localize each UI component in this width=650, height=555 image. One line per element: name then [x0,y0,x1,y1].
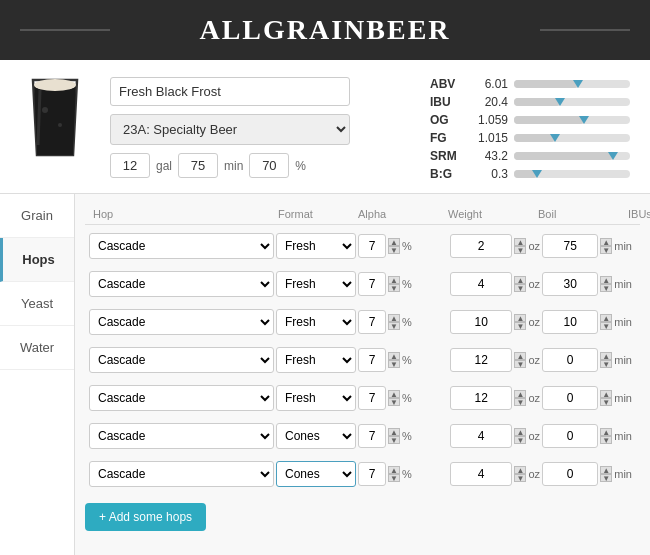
weight-up[interactable]: ▲ [514,428,526,436]
beer-style-select[interactable]: 23A: Specialty Beer [110,114,350,145]
boil-input[interactable] [542,424,598,448]
weight-spinner[interactable]: ▲ ▼ [514,314,526,330]
boil-input[interactable] [542,310,598,334]
hop-select[interactable]: Cascade [89,385,274,411]
boil-up[interactable]: ▲ [600,314,612,322]
weight-spinner[interactable]: ▲ ▼ [514,466,526,482]
boil-up[interactable]: ▲ [600,390,612,398]
alpha-input[interactable] [358,462,386,486]
time-input[interactable]: 75 [178,153,218,178]
boil-up[interactable]: ▲ [600,466,612,474]
format-select[interactable]: Fresh [276,309,356,335]
alpha-up[interactable]: ▲ [388,314,400,322]
alpha-spinner[interactable]: ▲ ▼ [388,466,400,482]
alpha-spinner[interactable]: ▲ ▼ [388,276,400,292]
boil-down[interactable]: ▼ [600,436,612,444]
boil-up[interactable]: ▲ [600,238,612,246]
alpha-spinner[interactable]: ▲ ▼ [388,352,400,368]
alpha-down[interactable]: ▼ [388,284,400,292]
stat-slider[interactable] [514,98,630,106]
alpha-up[interactable]: ▲ [388,428,400,436]
weight-input[interactable] [450,310,512,334]
alpha-input[interactable] [358,348,386,372]
alpha-up[interactable]: ▲ [388,238,400,246]
alpha-input[interactable] [358,272,386,296]
weight-input[interactable] [450,386,512,410]
weight-down[interactable]: ▼ [514,284,526,292]
weight-up[interactable]: ▲ [514,238,526,246]
boil-down[interactable]: ▼ [600,246,612,254]
stat-slider[interactable] [514,152,630,160]
boil-down[interactable]: ▼ [600,322,612,330]
alpha-spinner[interactable]: ▲ ▼ [388,238,400,254]
weight-input[interactable] [450,348,512,372]
boil-spinner[interactable]: ▲ ▼ [600,466,612,482]
alpha-spinner[interactable]: ▲ ▼ [388,390,400,406]
boil-input[interactable] [542,386,598,410]
sidebar-item-grain[interactable]: Grain [0,194,74,238]
weight-spinner[interactable]: ▲ ▼ [514,390,526,406]
hop-select[interactable]: Cascade [89,461,274,487]
stat-slider[interactable] [514,170,630,178]
alpha-down[interactable]: ▼ [388,360,400,368]
alpha-up[interactable]: ▲ [388,390,400,398]
alpha-down[interactable]: ▼ [388,322,400,330]
weight-input[interactable] [450,462,512,486]
boil-down[interactable]: ▼ [600,284,612,292]
weight-up[interactable]: ▲ [514,276,526,284]
hop-select[interactable]: Cascade [89,423,274,449]
weight-down[interactable]: ▼ [514,398,526,406]
format-select[interactable]: Cones [276,461,356,487]
sidebar-item-hops[interactable]: Hops [0,238,74,282]
beer-name-input[interactable]: Fresh Black Frost [110,77,350,106]
format-select[interactable]: Fresh [276,271,356,297]
hop-select[interactable]: Cascade [89,347,274,373]
weight-spinner[interactable]: ▲ ▼ [514,352,526,368]
boil-down[interactable]: ▼ [600,360,612,368]
alpha-spinner[interactable]: ▲ ▼ [388,314,400,330]
boil-up[interactable]: ▲ [600,428,612,436]
alpha-spinner[interactable]: ▲ ▼ [388,428,400,444]
weight-up[interactable]: ▲ [514,314,526,322]
add-hops-button[interactable]: + Add some hops [85,503,206,531]
weight-down[interactable]: ▼ [514,360,526,368]
boil-input[interactable] [542,234,598,258]
volume-input[interactable]: 12 [110,153,150,178]
weight-down[interactable]: ▼ [514,322,526,330]
boil-input[interactable] [542,462,598,486]
efficiency-input[interactable]: 70 [249,153,289,178]
sidebar-item-water[interactable]: Water [0,326,74,370]
weight-input[interactable] [450,272,512,296]
format-select[interactable]: Cones [276,423,356,449]
alpha-input[interactable] [358,386,386,410]
alpha-input[interactable] [358,424,386,448]
boil-spinner[interactable]: ▲ ▼ [600,352,612,368]
weight-spinner[interactable]: ▲ ▼ [514,238,526,254]
boil-input[interactable] [542,348,598,372]
boil-down[interactable]: ▼ [600,474,612,482]
alpha-down[interactable]: ▼ [388,398,400,406]
weight-input[interactable] [450,234,512,258]
format-select[interactable]: Fresh [276,385,356,411]
boil-down[interactable]: ▼ [600,398,612,406]
weight-up[interactable]: ▲ [514,352,526,360]
alpha-up[interactable]: ▲ [388,276,400,284]
stat-slider[interactable] [514,116,630,124]
weight-down[interactable]: ▼ [514,246,526,254]
weight-down[interactable]: ▼ [514,474,526,482]
alpha-input[interactable] [358,310,386,334]
alpha-down[interactable]: ▼ [388,246,400,254]
alpha-input[interactable] [358,234,386,258]
boil-spinner[interactable]: ▲ ▼ [600,238,612,254]
boil-spinner[interactable]: ▲ ▼ [600,390,612,406]
weight-spinner[interactable]: ▲ ▼ [514,428,526,444]
weight-up[interactable]: ▲ [514,466,526,474]
sidebar-item-yeast[interactable]: Yeast [0,282,74,326]
alpha-up[interactable]: ▲ [388,466,400,474]
format-select[interactable]: Fresh [276,233,356,259]
hop-select[interactable]: Cascade [89,271,274,297]
alpha-down[interactable]: ▼ [388,474,400,482]
weight-down[interactable]: ▼ [514,436,526,444]
boil-up[interactable]: ▲ [600,276,612,284]
boil-spinner[interactable]: ▲ ▼ [600,314,612,330]
